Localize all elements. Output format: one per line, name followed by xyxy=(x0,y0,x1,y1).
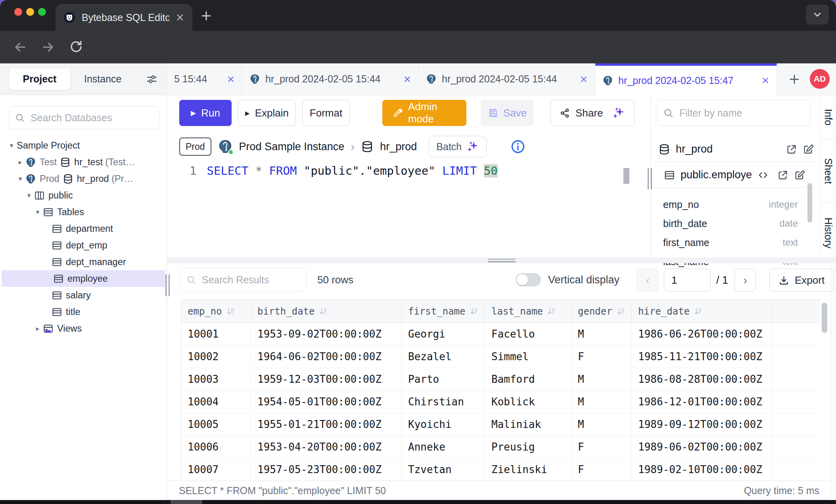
column-header-hire_date[interactable]: hire_date xyxy=(632,300,771,323)
schema-panel-table-row[interactable]: public.employe xyxy=(654,162,820,188)
cell-first_name[interactable]: Georgi xyxy=(402,323,485,345)
editor-tab-2[interactable]: hr_prod 2024-02-05 15:44 xyxy=(242,63,419,95)
cell-birth_date[interactable]: 1959-12-03T00:00:00Z xyxy=(251,368,402,390)
cell-birth_date[interactable]: 1957-05-23T00:00:00Z xyxy=(251,458,402,481)
cell-last_name[interactable]: Bamford xyxy=(485,368,571,390)
avatar[interactable]: AD xyxy=(810,69,830,89)
cell-first_name[interactable]: Kyoichi xyxy=(402,413,485,435)
cell-gender[interactable]: F xyxy=(571,458,632,481)
schema-panel-database-row[interactable]: hr_prod xyxy=(654,137,820,162)
tree-item-hr-test[interactable]: ▸Testhr_test (Test… xyxy=(0,154,167,170)
tab-search-button[interactable] xyxy=(806,5,829,25)
close-tab-icon[interactable] xyxy=(761,76,769,84)
filter-by-name-input[interactable]: Filter by name xyxy=(656,100,811,126)
cell-emp_no[interactable]: 10003 xyxy=(181,368,251,390)
schema-column-emp_no[interactable]: emp_nointeger xyxy=(663,195,798,214)
column-header-gender[interactable]: gender xyxy=(571,300,632,323)
share-button[interactable]: Share xyxy=(550,100,635,126)
new-sheet-button[interactable] xyxy=(787,72,801,86)
cell-last_name[interactable]: Maliniak xyxy=(485,413,571,435)
chevron-down-icon[interactable]: ▾ xyxy=(15,175,25,183)
tree-item-tables[interactable]: ▾Tables xyxy=(0,204,167,220)
schema-column-first_name[interactable]: first_nametext xyxy=(663,233,798,252)
sort-icon[interactable] xyxy=(226,307,236,316)
cell-first_name[interactable]: Chirstian xyxy=(402,391,485,413)
cell-emp_no[interactable]: 10006 xyxy=(181,436,251,458)
side-tab-info[interactable]: Info xyxy=(821,95,836,139)
scrollbar-thumb[interactable] xyxy=(822,303,827,333)
edit-icon[interactable] xyxy=(794,170,805,181)
export-button[interactable]: Export xyxy=(769,269,834,292)
table-row[interactable]: 100041954-05-01T00:00:00ZChirstianKoblic… xyxy=(181,391,819,413)
sort-icon[interactable] xyxy=(694,307,703,316)
browser-tab[interactable]: Bytebase SQL Editor xyxy=(56,4,192,31)
tree-item-table-title[interactable]: title xyxy=(0,304,167,320)
cell-gender[interactable]: M xyxy=(571,368,632,390)
cell-first_name[interactable]: Bezalel xyxy=(402,346,485,368)
database-name[interactable]: hr_prod xyxy=(380,141,417,153)
chevron-down-icon[interactable]: ▾ xyxy=(6,141,17,150)
cell-last_name[interactable]: Simmel xyxy=(485,346,571,368)
close-tab-icon[interactable] xyxy=(580,75,588,83)
cell-hire_date[interactable]: 1986-08-28T00:00:00Z xyxy=(632,368,771,390)
cell-birth_date[interactable]: 1964-06-02T00:00:00Z xyxy=(251,346,402,368)
close-tab-icon[interactable] xyxy=(403,75,411,83)
side-tab-history[interactable]: History xyxy=(821,203,836,263)
save-button[interactable]: Save xyxy=(481,100,534,126)
table-row[interactable]: 100021964-06-02T00:00:00ZBezalelSimmelF1… xyxy=(181,346,819,368)
editor-tab-1[interactable]: 5 15:44 xyxy=(167,63,242,95)
info-circle-icon[interactable] xyxy=(510,139,525,154)
sidebar-settings-icon[interactable] xyxy=(146,73,158,85)
tree-item-table-dept-manager[interactable]: dept_manager xyxy=(0,254,167,270)
explain-button[interactable]: ▶ Explain xyxy=(238,100,296,126)
cell-first_name[interactable]: Parto xyxy=(402,368,485,390)
column-header-last_name[interactable]: last_name xyxy=(485,300,571,323)
cell-birth_date[interactable]: 1954-05-01T00:00:00Z xyxy=(251,391,402,413)
cell-birth_date[interactable]: 1953-04-20T00:00:00Z xyxy=(251,436,402,458)
table-row[interactable]: 100011953-09-02T00:00:00ZGeorgiFacelloM1… xyxy=(181,323,819,346)
search-results-input[interactable]: Search Results xyxy=(179,268,306,292)
results-resize-divider[interactable] xyxy=(167,258,836,263)
back-button[interactable] xyxy=(13,40,28,55)
tree-item-table-department[interactable]: department xyxy=(0,220,167,237)
panel-resize-handle[interactable] xyxy=(648,168,649,189)
vertical-display-toggle[interactable] xyxy=(516,273,541,286)
cell-hire_date[interactable]: 1989-09-12T00:00:00Z xyxy=(632,413,771,435)
sort-icon[interactable] xyxy=(616,307,626,316)
cell-emp_no[interactable]: 10005 xyxy=(181,413,251,435)
cell-last_name[interactable]: Zielinski xyxy=(485,458,571,481)
tree-item-table-salary[interactable]: salary xyxy=(0,287,167,304)
schema-column-birth_date[interactable]: birth_datedate xyxy=(663,214,798,233)
cell-gender[interactable]: F xyxy=(571,346,632,368)
next-page-button[interactable]: › xyxy=(734,269,756,292)
window-zoom-button[interactable] xyxy=(38,8,46,16)
scrollbar-thumb[interactable] xyxy=(807,183,812,223)
external-link-icon[interactable] xyxy=(777,170,788,181)
table-row[interactable]: 100071957-05-23T00:00:00ZTzvetanZielinsk… xyxy=(181,458,819,481)
chevron-down-icon[interactable]: ▾ xyxy=(33,208,43,216)
editor-tab-4[interactable]: hr_prod 2024-02-05 15:47 xyxy=(595,63,777,95)
instance-name[interactable]: Prod Sample Instance xyxy=(239,141,345,153)
format-button[interactable]: Format xyxy=(302,100,350,126)
tab-instance[interactable]: Instance xyxy=(84,73,122,85)
editor-tab-3[interactable]: hr_prod 2024-02-05 15:44 xyxy=(419,63,595,95)
sort-icon[interactable] xyxy=(319,307,328,316)
search-databases-input[interactable]: Search Databases xyxy=(8,106,159,129)
external-link-icon[interactable] xyxy=(786,144,797,155)
column-header-birth_date[interactable]: birth_date xyxy=(251,300,402,323)
table-row[interactable]: 100061953-04-20T00:00:00ZAnnekePreusigF1… xyxy=(181,436,819,458)
cell-gender[interactable]: M xyxy=(571,391,632,413)
chevron-right-icon[interactable]: ▸ xyxy=(33,325,43,333)
sort-icon[interactable] xyxy=(547,307,556,316)
cell-hire_date[interactable]: 1989-02-10T00:00:00Z xyxy=(632,458,771,481)
cell-last_name[interactable]: Preusig xyxy=(485,436,571,458)
cell-emp_no[interactable]: 10004 xyxy=(181,391,251,413)
new-tab-button[interactable] xyxy=(200,10,212,22)
cell-hire_date[interactable]: 1986-06-26T00:00:00Z xyxy=(632,323,771,345)
chevron-right-icon[interactable]: ▸ xyxy=(15,158,25,166)
sort-icon[interactable] xyxy=(470,307,479,316)
chevron-down-icon[interactable]: ▾ xyxy=(24,191,34,200)
tree-item-sample-project[interactable]: ▾Sample Project xyxy=(0,137,167,154)
sidebar-resize-handle[interactable] xyxy=(165,274,167,296)
table-row[interactable]: 100031959-12-03T00:00:00ZPartoBamfordM19… xyxy=(181,368,819,391)
